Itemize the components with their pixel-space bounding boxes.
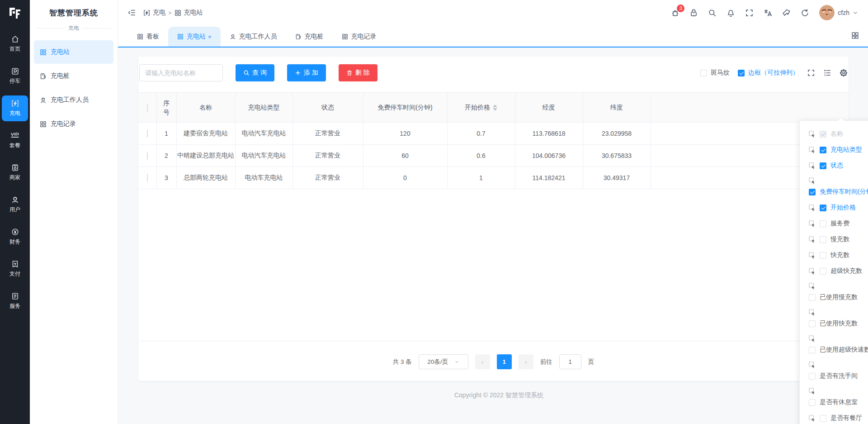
column-toggle-item[interactable]: 是否有休息室	[809, 388, 868, 406]
rail-item-payment[interactable]: 支付	[2, 256, 28, 282]
delete-button[interactable]: 删 除	[339, 64, 377, 81]
tab-charging-records[interactable]: 充电记录	[333, 27, 386, 47]
layout-grid-icon[interactable]	[851, 32, 859, 39]
column-checkbox[interactable]	[809, 373, 816, 380]
lock-icon[interactable]	[689, 9, 698, 17]
sidebar-item-charging-station[interactable]: 充电站	[34, 40, 113, 64]
column-checkbox[interactable]	[809, 347, 816, 353]
page-number-button[interactable]: 1	[497, 354, 512, 369]
rail-item-finance[interactable]: 财务	[2, 224, 28, 250]
column-settings-gear-icon[interactable]	[840, 69, 848, 77]
column-toggle-item[interactable]: 快充数	[809, 251, 868, 259]
drag-handle-icon[interactable]	[809, 268, 816, 275]
column-checkbox[interactable]	[820, 415, 826, 422]
column-toggle-item[interactable]: 超级快充数	[809, 267, 868, 275]
col-header-start-price[interactable]: 开始价格	[447, 93, 515, 123]
breadcrumb-item[interactable]: 充电站	[184, 9, 203, 17]
select-all-checkbox[interactable]	[147, 104, 148, 112]
drag-handle-icon[interactable]	[809, 205, 816, 211]
drag-handle-icon[interactable]	[809, 236, 816, 243]
sidebar-item-charging-records[interactable]: 充电记录	[34, 112, 113, 136]
table-fullscreen-icon[interactable]	[807, 69, 815, 77]
drag-handle-icon[interactable]	[809, 147, 816, 153]
refresh-icon[interactable]	[801, 9, 809, 17]
sidebar-item-charging-staff[interactable]: 充电工作人员	[34, 88, 113, 112]
column-checkbox[interactable]	[820, 131, 826, 138]
column-toggle-item[interactable]: 已使用慢充数	[809, 283, 868, 301]
column-density-icon[interactable]	[823, 69, 831, 77]
column-checkbox[interactable]	[820, 236, 826, 243]
column-toggle-item[interactable]: 免费停车时间(分钟)	[809, 177, 868, 196]
column-toggle-item[interactable]: 名称	[809, 130, 868, 138]
column-checkbox[interactable]	[809, 294, 816, 301]
table-row[interactable]: 3 总部两轮充电站 电动车充电站 正常营业 0 1 114.182421 30.…	[138, 167, 849, 189]
table-row[interactable]: 2 中晴建设总部充电站 电动汽车充电站 正常营业 60 0.6 104.0067…	[138, 145, 849, 167]
column-checkbox[interactable]	[809, 189, 816, 195]
station-search-input[interactable]	[139, 64, 223, 81]
rail-item-service[interactable]: 服务	[2, 288, 28, 314]
tab-charging-station[interactable]: 充电站 ×	[168, 27, 221, 47]
row-checkbox[interactable]	[147, 152, 148, 160]
border-resizable-checkbox[interactable]: 边框（可拉伸列）	[738, 69, 799, 77]
zebra-stripe-checkbox[interactable]: 斑马纹	[700, 69, 730, 77]
rail-item-users[interactable]: 用户	[2, 192, 28, 218]
column-checkbox[interactable]	[820, 268, 826, 275]
column-checkbox[interactable]	[809, 399, 816, 406]
rail-item-home[interactable]: 首页	[2, 31, 28, 57]
tab-dashboard[interactable]: 看板	[128, 27, 168, 47]
column-toggle-item[interactable]: 是否有餐厅	[809, 414, 868, 422]
column-toggle-item[interactable]: 充电站类型	[809, 146, 868, 154]
column-toggle-item[interactable]: 服务费	[809, 219, 868, 228]
bell-icon[interactable]	[726, 9, 735, 17]
table-row[interactable]: 1 建委宿舍充电站 电动汽车充电站 正常营业 120 0.7 113.76861…	[138, 123, 849, 145]
drag-handle-icon[interactable]	[809, 388, 816, 395]
add-button[interactable]: 添 加	[287, 64, 326, 81]
column-checkbox[interactable]	[809, 320, 816, 327]
tab-charging-staff[interactable]: 充电工作人员	[221, 27, 286, 47]
user-menu[interactable]: cfzh	[819, 5, 858, 20]
sidebar-item-charging-pile[interactable]: 充电桩	[34, 64, 113, 88]
drag-handle-icon[interactable]	[809, 252, 816, 259]
drag-handle-icon[interactable]	[809, 177, 816, 184]
drag-handle-icon[interactable]	[809, 335, 816, 342]
next-page-button[interactable]: ›	[519, 354, 533, 369]
query-button[interactable]: 查 询	[236, 64, 274, 81]
rail-item-packages[interactable]: 套餐	[2, 128, 28, 153]
column-toggle-item[interactable]: 是否有洗手间	[809, 362, 868, 380]
tab-charging-pile[interactable]: 充电桩	[286, 27, 333, 47]
column-checkbox[interactable]	[820, 220, 826, 227]
drag-handle-icon[interactable]	[809, 162, 816, 169]
column-checkbox[interactable]	[820, 162, 826, 169]
rail-item-merchant[interactable]: 商家	[2, 160, 28, 186]
row-checkbox[interactable]	[147, 174, 148, 182]
drag-handle-icon[interactable]	[809, 131, 816, 138]
rail-item-charging[interactable]: 充电	[2, 95, 28, 121]
theme-icon[interactable]	[782, 9, 791, 17]
drag-handle-icon[interactable]	[809, 309, 816, 316]
column-checkbox[interactable]	[820, 205, 826, 211]
column-toggle-item[interactable]: 已使用超级快速数	[809, 335, 868, 354]
collapse-sidebar-icon[interactable]	[128, 9, 136, 17]
column-toggle-item[interactable]: 状态	[809, 162, 868, 170]
sort-icons[interactable]	[493, 105, 497, 111]
drag-handle-icon[interactable]	[809, 283, 816, 290]
app-logo[interactable]	[8, 6, 22, 20]
column-checkbox[interactable]	[820, 147, 826, 153]
row-checkbox[interactable]	[147, 129, 148, 138]
drag-handle-icon[interactable]	[809, 220, 816, 227]
goto-page-input[interactable]	[559, 354, 581, 369]
drag-handle-icon[interactable]	[809, 415, 816, 422]
translate-icon[interactable]	[764, 9, 772, 17]
bug-report-icon[interactable]: 3	[671, 9, 679, 17]
column-toggle-item[interactable]: 开始价格	[809, 204, 868, 212]
column-toggle-item[interactable]: 慢充数	[809, 235, 868, 243]
column-checkbox[interactable]	[820, 252, 826, 259]
column-toggle-item[interactable]: 已使用快充数	[809, 309, 868, 328]
prev-page-button[interactable]: ‹	[475, 354, 490, 369]
page-size-select[interactable]: 20条/页	[419, 354, 468, 369]
search-icon[interactable]	[708, 9, 717, 17]
close-tab-icon[interactable]: ×	[208, 33, 212, 40]
breadcrumb-item[interactable]: 充电	[153, 9, 165, 17]
drag-handle-icon[interactable]	[809, 362, 816, 368]
fullscreen-icon[interactable]	[745, 9, 754, 17]
